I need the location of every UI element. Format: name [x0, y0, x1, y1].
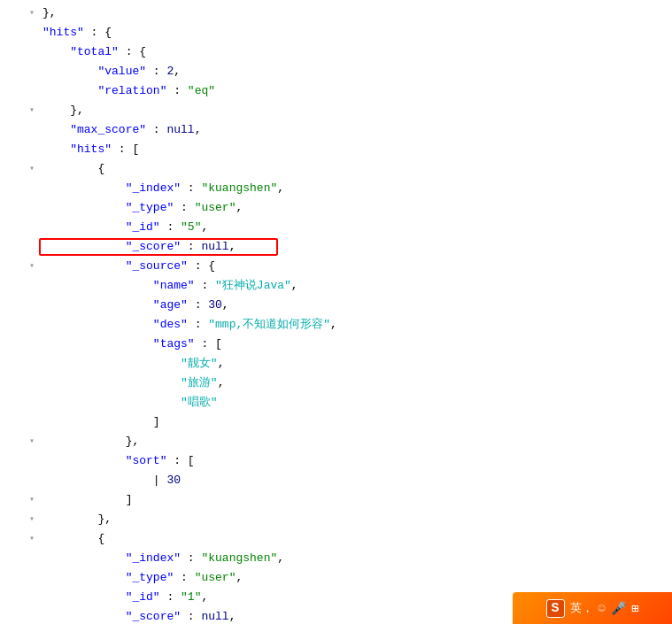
token-punct: : [	[166, 454, 194, 467]
fold-arrow[interactable]: ▾	[25, 159, 39, 179]
line-content: "hits" : {	[39, 23, 112, 42]
sogou-text: 英，	[570, 600, 593, 616]
token-key: "tags"	[153, 337, 195, 351]
token-punct: :	[174, 571, 194, 584]
line-content: "hits" : [	[39, 140, 139, 159]
token-cn: "靓女"	[181, 357, 218, 370]
line-content: "_source" : {	[39, 257, 215, 276]
fold-arrow[interactable]: ▾	[25, 101, 39, 120]
token-punct: ]	[153, 415, 160, 428]
token-key: "hits"	[70, 143, 112, 156]
token-punct: :	[174, 201, 194, 214]
token-punct: :	[160, 590, 181, 604]
token-number: 30	[166, 474, 181, 487]
token-punct: ,	[195, 123, 202, 136]
token-punct: },	[97, 512, 112, 526]
code-editor: ▾},"hits" : { "total" : { "value" : 2, "…	[0, 0, 672, 624]
code-line: "max_score" : null,	[0, 120, 672, 140]
token-null: null	[166, 123, 194, 136]
token-punct: ]	[126, 493, 133, 506]
token-key: "relation"	[97, 84, 166, 97]
fold-arrow[interactable]: ▾	[25, 432, 39, 451]
token-string: "1"	[181, 590, 201, 604]
token-punct: ,	[236, 201, 243, 214]
sogou-logo: S	[546, 599, 565, 618]
token-key: "total"	[70, 45, 119, 58]
line-content: "旅游",	[39, 374, 224, 393]
token-null: null	[201, 610, 228, 623]
token-punct: ,	[330, 318, 337, 331]
fold-arrow[interactable]: ▾	[25, 4, 39, 23]
token-key: "_id"	[126, 220, 160, 234]
line-content: "_index" : "kuangshen",	[39, 549, 284, 568]
code-line: ▾ "_source" : {	[0, 257, 672, 276]
code-line: "_index" : "kuangshen",	[0, 179, 672, 198]
token-key: "name"	[153, 279, 195, 292]
token-key: "value"	[97, 65, 146, 78]
line-content: "靓女",	[39, 354, 224, 374]
line-content: },	[39, 4, 57, 23]
token-key: "_source"	[126, 259, 188, 273]
line-content: "name" : "狂神说Java",	[39, 276, 298, 296]
code-line: "唱歌"	[0, 393, 672, 412]
line-content: "value" : 2,	[39, 62, 181, 81]
code-line: "relation" : "eq"	[0, 81, 672, 101]
line-content: "des" : "mmp,不知道如何形容",	[39, 315, 337, 335]
token-key: "_type"	[126, 571, 174, 584]
code-line: "sort" : [	[0, 451, 672, 471]
sogou-mic-icon[interactable]: 🎤	[611, 601, 626, 616]
token-punct: : [	[195, 337, 222, 351]
token-key: "max_score"	[70, 123, 146, 136]
token-key: "hits"	[42, 26, 84, 39]
token-punct: :	[146, 65, 166, 78]
sogou-bar[interactable]: S 英， ☺ 🎤 ⊞	[513, 592, 672, 624]
token-punct: ,	[277, 181, 284, 195]
fold-arrow[interactable]: ▾	[25, 529, 39, 549]
fold-arrow[interactable]: ▾	[25, 490, 39, 510]
code-line: "_score" : null,	[0, 237, 672, 257]
token-punct: ,	[229, 610, 236, 623]
line-content: },	[39, 432, 139, 451]
code-line: ]	[0, 412, 672, 432]
code-line: ▾ ]	[0, 490, 672, 510]
line-content: },	[39, 510, 112, 529]
code-line: "value" : 2,	[0, 62, 672, 81]
token-number: 30	[208, 298, 222, 312]
fold-arrow[interactable]: ▾	[25, 257, 39, 276]
token-punct: :	[188, 298, 208, 312]
token-string: "5"	[181, 220, 201, 234]
token-punct: ,	[218, 376, 225, 389]
token-cn: "唱歌"	[181, 396, 218, 409]
code-line: "_index" : "kuangshen",	[0, 549, 672, 568]
line-content: "_score" : null,	[39, 237, 236, 257]
token-key: "_index"	[126, 551, 181, 565]
sogou-emoji-icon[interactable]: ☺	[599, 601, 606, 615]
token-punct: },	[70, 104, 84, 117]
line-content: "_index" : "kuangshen",	[39, 179, 284, 198]
fold-arrow[interactable]: ▾	[25, 510, 39, 529]
token-key: "des"	[153, 318, 188, 331]
token-punct: :	[160, 220, 181, 234]
line-content: "tags" : [	[39, 335, 222, 354]
token-string: "kuangshen"	[201, 551, 277, 565]
token-punct: : {	[119, 45, 146, 58]
code-line: "_type" : "user",	[0, 198, 672, 218]
token-punct: :	[195, 279, 215, 292]
token-punct: ,	[201, 590, 208, 604]
sogou-keyboard-icon[interactable]: ⊞	[631, 601, 638, 616]
token-string: "kuangshen"	[201, 181, 277, 195]
code-line: "hits" : [	[0, 140, 672, 159]
line-content: | 30	[39, 471, 181, 490]
line-content: {	[39, 529, 104, 549]
token-punct: ,	[174, 65, 181, 78]
token-punct: : {	[84, 26, 112, 39]
line-content: ]	[39, 412, 160, 432]
token-punct: :	[146, 123, 166, 136]
token-punct: ,	[201, 220, 208, 234]
code-line: "hits" : {	[0, 23, 672, 42]
token-string: "user"	[195, 201, 236, 214]
token-null: null	[201, 240, 228, 253]
token-punct: },	[126, 435, 140, 448]
token-punct: ,	[236, 571, 243, 584]
token-punct: ,	[229, 240, 236, 253]
